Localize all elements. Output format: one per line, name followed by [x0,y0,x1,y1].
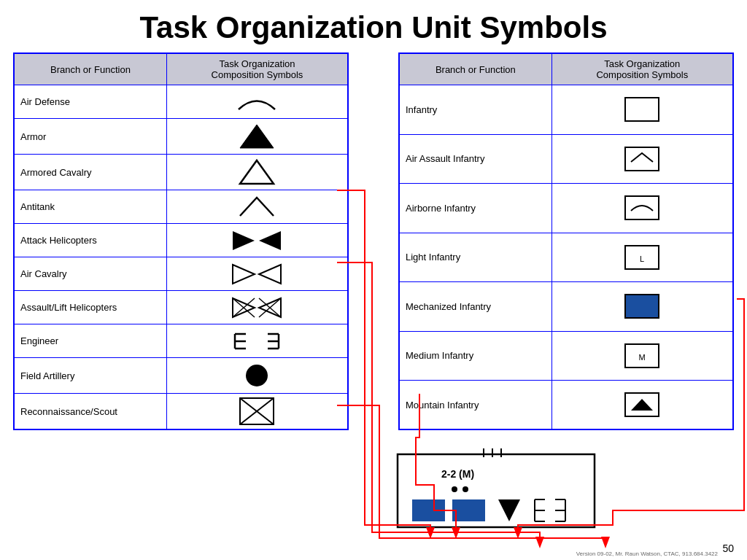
symbol-cell [166,291,348,324]
row-label: Armor [14,119,166,155]
table-row: Armored Cavalry [14,155,348,190]
svg-marker-3 [259,231,281,250]
row-label: Armored Cavalry [14,155,166,190]
row-label: Reconnaissance/Scout [14,394,166,430]
table-row: Air Cavalry [14,257,348,291]
svg-text:2-2 (M): 2-2 (M) [441,468,474,480]
table-row: Airborne Infantry [399,184,733,233]
page-number: 50 [722,542,734,554]
symbol-cell [166,155,348,190]
svg-point-40 [462,486,468,492]
table-row: Engineer [14,324,348,358]
row-label: Medium Infantry [399,331,551,381]
svg-marker-4 [233,265,255,284]
row-label: Mountain Infantry [399,381,551,430]
table-row: Attack Helicopters [14,224,348,257]
table-row: Air Assault Infantry [399,134,733,184]
symbol-cell: L [551,233,733,282]
version-text: Version 09-02, Mr. Raun Watson, CTAC, 91… [576,551,718,557]
svg-marker-33 [631,399,653,411]
table-row: Mountain Infantry [399,381,733,430]
symbol-cell [166,119,348,155]
svg-rect-29 [625,295,659,318]
symbol-cell [551,134,733,184]
svg-rect-26 [625,196,659,219]
row-label: Antitank [14,190,166,224]
svg-rect-24 [625,98,659,121]
symbol-cell [166,224,348,257]
symbol-cell [166,257,348,291]
row-label: Engineer [14,324,166,358]
row-label: Mechanized Infantry [399,282,551,332]
row-label: Airborne Infantry [399,184,551,233]
page-title: Task Organization Unit Symbols [0,0,747,52]
left-table: Branch or Function Task OrganizationComp… [13,52,349,430]
table-row: Field Artillery [14,358,348,394]
right-col1-header: Branch or Function [399,53,551,85]
row-label: Air Defense [14,85,166,119]
svg-point-39 [452,486,457,492]
table-row: Infantry [399,85,733,135]
row-label: Air Cavalry [14,257,166,291]
row-label: Field Artillery [14,358,166,394]
symbol-cell: M [551,331,733,381]
svg-text:L: L [640,254,644,263]
symbol-cell [166,358,348,394]
svg-point-20 [246,365,268,386]
symbol-cell [166,324,348,358]
symbol-cell [166,85,348,119]
unit-diagram: 2-2 (M) [390,447,602,538]
symbol-cell [166,190,348,224]
svg-marker-1 [240,160,274,184]
left-col1-header: Branch or Function [14,53,166,85]
row-label: Assault/Lift Helicopters [14,291,166,324]
table-row: Reconnaissance/Scout [14,394,348,430]
table-row: Medium Infantry M [399,331,733,381]
svg-text:M: M [639,353,646,362]
row-label: Attack Helicopters [14,224,166,257]
svg-marker-0 [240,125,274,148]
svg-rect-25 [625,147,659,171]
row-label: Light Infantry [399,233,551,282]
svg-marker-2 [233,231,255,250]
row-label: Air Assault Infantry [399,134,551,184]
table-row: Antitank [14,190,348,224]
svg-marker-43 [498,499,520,521]
symbol-cell [551,381,733,430]
table-row: Mechanized Infantry [399,282,733,332]
svg-rect-42 [452,499,485,521]
symbol-cell [551,85,733,135]
symbol-cell [166,394,348,430]
table-row: Air Defense [14,85,348,119]
table-row: Light Infantry L [399,233,733,282]
left-col2-header: Task OrganizationComposition Symbols [166,53,348,85]
right-col2-header: Task OrganizationComposition Symbols [551,53,733,85]
table-row: Armor [14,119,348,155]
svg-rect-41 [412,499,445,521]
symbol-cell [551,282,733,332]
row-label: Infantry [399,85,551,135]
table-row: Assault/Lift Helicopters [14,291,348,324]
svg-marker-5 [259,265,281,284]
symbol-cell [551,184,733,233]
right-table: Branch or Function Task OrganizationComp… [398,52,734,430]
